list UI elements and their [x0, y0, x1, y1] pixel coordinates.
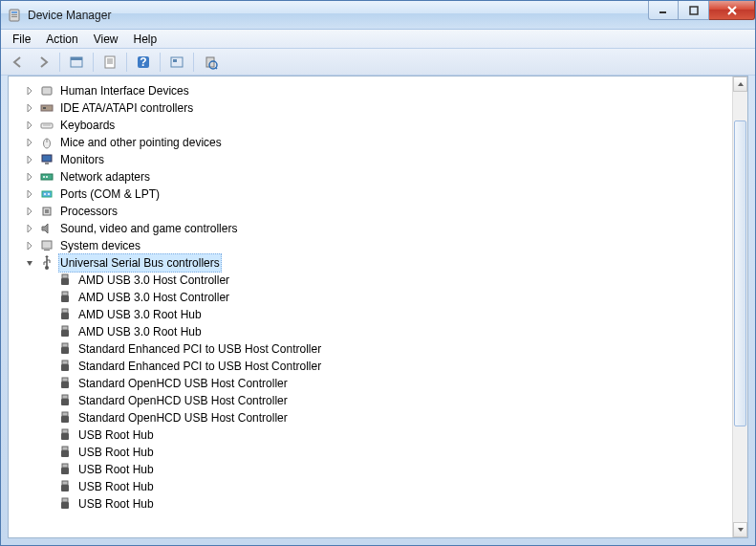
tree-node-label: AMD USB 3.0 Root Hub: [76, 305, 204, 324]
scroll-track[interactable]: [733, 92, 747, 522]
tree-node-cpu[interactable]: Processors: [9, 203, 732, 220]
chevron-right-icon[interactable]: [22, 83, 37, 98]
tree-node-usb-child[interactable]: AMD USB 3.0 Host Controller: [9, 289, 732, 306]
tree-node-label: Keyboards: [58, 116, 117, 135]
properties-icon[interactable]: [98, 52, 121, 73]
tree-node-keyboard[interactable]: Keyboards: [9, 117, 732, 134]
chevron-right-icon[interactable]: [22, 238, 37, 253]
tree-node-usb-child[interactable]: AMD USB 3.0 Root Hub: [9, 306, 732, 323]
svg-rect-45: [62, 309, 68, 313]
tree-node-ide[interactable]: IDE ATA/ATAPI controllers: [9, 99, 732, 117]
tree-node-usb-controllers[interactable]: Universal Serial Bus controllers: [9, 254, 732, 272]
mouse-icon: [39, 135, 54, 150]
ide-icon: [39, 100, 54, 116]
svg-rect-59: [62, 429, 68, 433]
window-title: Device Manager: [28, 9, 749, 22]
maximize-button[interactable]: [679, 1, 709, 20]
tree-node-usb-child[interactable]: USB Root Hub: [9, 461, 732, 478]
svg-rect-60: [61, 433, 69, 440]
svg-rect-50: [61, 347, 69, 354]
expander-spacer: [40, 376, 55, 391]
svg-rect-48: [61, 330, 69, 337]
close-button[interactable]: [709, 1, 755, 20]
tree-node-usb-child[interactable]: AMD USB 3.0 Host Controller: [9, 272, 732, 289]
svg-rect-39: [44, 250, 50, 251]
device-tree[interactable]: Human Interface DevicesIDE ATA/ATAPI con…: [9, 76, 732, 537]
menu-action[interactable]: Action: [38, 31, 85, 48]
minimize-button[interactable]: [648, 1, 679, 20]
menu-file[interactable]: File: [5, 31, 38, 48]
show-hide-icon[interactable]: [65, 52, 88, 73]
tree-node-label: USB Root Hub: [76, 426, 156, 445]
svg-rect-43: [62, 292, 68, 295]
tree-node-usb-child[interactable]: Standard Enhanced PCI to USB Host Contro…: [9, 340, 732, 358]
chevron-down-icon[interactable]: [22, 255, 37, 271]
back-button[interactable]: [7, 52, 30, 73]
tree-node-label: Standard OpenHCD USB Host Controller: [76, 374, 290, 393]
svg-rect-21: [42, 87, 52, 95]
svg-rect-63: [62, 464, 68, 468]
tree-node-usb-child[interactable]: Standard OpenHCD USB Host Controller: [9, 375, 732, 392]
tree-node-label: Monitors: [58, 150, 106, 169]
svg-rect-41: [62, 274, 68, 278]
svg-rect-58: [61, 416, 69, 423]
menu-view[interactable]: View: [86, 31, 126, 48]
tree-node-monitor[interactable]: Monitors: [9, 151, 732, 168]
sound-icon: [39, 221, 54, 236]
svg-rect-49: [62, 343, 68, 347]
svg-rect-67: [62, 498, 68, 502]
scan-hardware-icon[interactable]: [165, 52, 188, 73]
svg-rect-3: [11, 16, 17, 17]
chevron-right-icon[interactable]: [22, 118, 37, 133]
svg-point-32: [46, 176, 48, 178]
usb-icon: [57, 359, 73, 374]
toolbar-separator: [160, 53, 161, 72]
hid-icon: [39, 83, 54, 98]
tree-node-mouse[interactable]: Mice and other pointing devices: [9, 134, 732, 151]
tree-node-label: USB Root Hub: [76, 477, 156, 496]
chevron-right-icon[interactable]: [22, 169, 37, 185]
help-icon[interactable]: ?: [132, 52, 155, 73]
tree-node-sound[interactable]: Sound, video and game controllers: [9, 220, 732, 237]
chevron-right-icon[interactable]: [22, 135, 37, 150]
svg-rect-33: [42, 191, 52, 197]
chevron-right-icon[interactable]: [22, 152, 37, 167]
tree-node-usb-child[interactable]: Standard OpenHCD USB Host Controller: [9, 392, 732, 409]
tree-node-system[interactable]: System devices: [9, 237, 732, 254]
scroll-up-button[interactable]: [733, 76, 747, 92]
tree-node-label: AMD USB 3.0 Host Controller: [76, 288, 231, 307]
usb-icon: [57, 324, 73, 339]
tree-node-label: Standard OpenHCD USB Host Controller: [76, 391, 290, 410]
chevron-right-icon[interactable]: [22, 186, 37, 202]
tree-node-usb-child[interactable]: USB Root Hub: [9, 444, 732, 461]
forward-button[interactable]: [32, 52, 54, 73]
expander-spacer: [40, 359, 55, 374]
scan-icon[interactable]: [199, 52, 222, 73]
svg-rect-61: [62, 447, 68, 450]
chevron-right-icon[interactable]: [22, 100, 37, 116]
tree-node-port[interactable]: Ports (COM & LPT): [9, 186, 732, 203]
tree-node-usb-child[interactable]: USB Root Hub: [9, 495, 732, 513]
usb-icon: [57, 393, 73, 408]
svg-line-20: [216, 67, 218, 69]
scroll-down-button[interactable]: [733, 522, 747, 537]
tree-node-usb-child[interactable]: USB Root Hub: [9, 426, 732, 444]
chevron-right-icon[interactable]: [22, 221, 37, 236]
tree-node-hid[interactable]: Human Interface Devices: [9, 82, 732, 99]
tree-node-label: Processors: [58, 202, 119, 221]
tree-node-network[interactable]: Network adapters: [9, 168, 732, 186]
tree-node-usb-child[interactable]: Standard OpenHCD USB Host Controller: [9, 409, 732, 426]
tree-node-usb-child[interactable]: USB Root Hub: [9, 478, 732, 495]
chevron-right-icon[interactable]: [22, 204, 37, 219]
expander-spacer: [40, 307, 55, 322]
scroll-thumb[interactable]: [734, 120, 746, 426]
expander-spacer: [40, 445, 55, 460]
tree-node-usb-child[interactable]: Standard Enhanced PCI to USB Host Contro…: [9, 358, 732, 375]
svg-rect-2: [11, 14, 17, 15]
tree-node-usb-child[interactable]: AMD USB 3.0 Root Hub: [9, 323, 732, 340]
tree-node-label: USB Root Hub: [76, 460, 156, 479]
vertical-scrollbar[interactable]: [732, 76, 747, 537]
menu-help[interactable]: Help: [126, 31, 165, 48]
tree-node-label: IDE ATA/ATAPI controllers: [58, 98, 195, 118]
titlebar[interactable]: Device Manager: [1, 1, 755, 30]
